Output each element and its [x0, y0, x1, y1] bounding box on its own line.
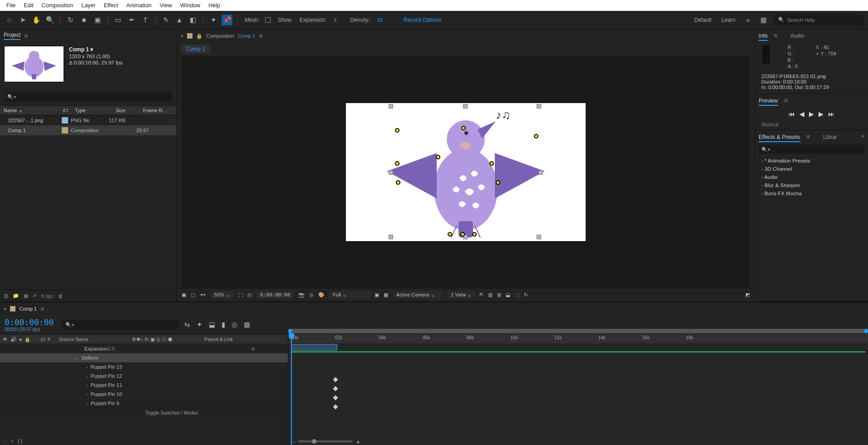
mesh-checkbox[interactable] — [265, 17, 271, 23]
preview-menu-icon[interactable]: ≡ — [784, 97, 788, 104]
lock-col-icon[interactable]: 🔒 — [25, 336, 30, 342]
timeline-property-row[interactable]: Expansion 3.0⊘ — [0, 344, 288, 353]
project-search-input[interactable]: 🔍▾ — [5, 92, 172, 102]
project-row-image[interactable]: 222567-...1.png PNG file 117 KB ⬚ — [0, 115, 177, 125]
project-thumbnail[interactable] — [5, 46, 64, 82]
fast-preview-icon[interactable]: ⊞ — [497, 292, 501, 298]
effects-tab[interactable]: Effects & Presets — [759, 134, 800, 142]
comp-panel-menu-icon[interactable]: ≡ — [259, 32, 262, 40]
motion-blur-icon[interactable]: ▮ — [222, 321, 225, 329]
graph-editor-icon[interactable]: ◎ — [232, 321, 237, 329]
effects-category[interactable]: Blur & Sharpen — [759, 181, 864, 189]
switches-icons[interactable]: ⚙✱⟐ fx ▣ ◎ ⬡ ⬢ — [132, 336, 173, 342]
toggle-alpha-icon[interactable]: ▣ — [182, 292, 186, 298]
shape-tool-icon[interactable]: ▭ — [113, 15, 123, 25]
tl-icon-3[interactable]: { } — [18, 438, 22, 444]
workspace-learn[interactable]: Learn — [719, 17, 738, 23]
zoom-tool-icon[interactable]: 🔍 — [44, 15, 55, 25]
frame-blend-icon[interactable]: ⬓ — [209, 321, 215, 329]
project-row-comp[interactable]: Comp 1 Composition 29.97 — [0, 125, 177, 135]
effects-search-input[interactable]: 🔍▾ — [759, 145, 864, 154]
timeline-property-row[interactable]: › Puppet Pin 13 — [0, 362, 288, 371]
menu-layer[interactable]: Layer — [78, 1, 99, 10]
comp-close-icon[interactable]: × — [181, 33, 183, 39]
tl-icon-1[interactable]: ⬚ — [3, 438, 7, 444]
audio-tab[interactable]: Audio — [790, 33, 804, 40]
next-frame-icon[interactable]: ▶ — [819, 110, 824, 118]
menu-edit[interactable]: Edit — [20, 1, 37, 10]
effects-category[interactable]: 3D Channel — [759, 165, 864, 173]
play-icon[interactable]: ▶ — [809, 110, 814, 118]
col-type[interactable]: Type — [71, 108, 112, 113]
trash-icon[interactable]: 🗑 — [58, 293, 63, 299]
keyframe-icon[interactable] — [333, 395, 338, 400]
timeline-property-row[interactable]: ⌄ Deform — [0, 353, 288, 362]
clone-tool-icon[interactable]: ▲ — [174, 15, 185, 25]
toggle-transparency-icon[interactable]: ▢ — [191, 292, 195, 298]
timeline-nav-scrollbar[interactable] — [288, 329, 868, 333]
lock-icon[interactable]: 🔒 — [196, 33, 202, 39]
menu-composition[interactable]: Composition — [38, 1, 77, 10]
menu-animation[interactable]: Animation — [123, 1, 155, 10]
menu-view[interactable]: View — [156, 1, 176, 10]
current-time[interactable]: 0:00:00:00 — [256, 291, 294, 299]
flowchart-icon[interactable]: ⬚ — [515, 292, 519, 298]
menu-help[interactable]: Help — [205, 1, 224, 10]
timeline-property-row[interactable]: › Puppet Pin 11 — [0, 381, 288, 390]
viewer-area[interactable]: ♪♫ — [182, 56, 750, 288]
timeline-property-row[interactable]: › Puppet Pin 9 — [0, 399, 288, 408]
info-tab[interactable]: Info — [759, 33, 768, 41]
timeline-menu-icon[interactable]: ≡ — [40, 305, 44, 312]
record-options-button[interactable]: Record Options — [401, 17, 444, 23]
camera-tool-icon[interactable]: ■ — [79, 15, 89, 25]
effects-category[interactable]: Boris FX Mocha — [759, 189, 864, 198]
type-tool-icon[interactable]: T — [140, 15, 151, 25]
timeline-property-row[interactable]: › Puppet Pin 12 — [0, 371, 288, 381]
selection-tool-icon[interactable]: ➤ — [17, 15, 28, 25]
timeline-tab[interactable]: Comp 1 — [19, 306, 37, 312]
snapshot-icon[interactable]: 📷 — [298, 292, 305, 298]
project-comp-name[interactable]: Comp 1 ▾ — [69, 46, 123, 53]
overflow-icon[interactable]: » — [743, 15, 754, 25]
effects-menu-icon[interactable]: ≡ — [806, 133, 810, 140]
effects-overflow-icon[interactable]: » — [862, 133, 864, 138]
toggle-mask-icon[interactable]: 👓 — [200, 292, 206, 298]
region-icon[interactable]: ◰ — [247, 292, 252, 298]
label-color-swatch[interactable] — [62, 117, 68, 124]
solo-col-icon[interactable]: ● — [19, 336, 22, 342]
parent-link-col[interactable]: Parent & Link — [204, 336, 233, 342]
expansion-value[interactable]: 3 — [332, 17, 338, 23]
goto-start-icon[interactable]: ⏮ — [789, 110, 795, 118]
zoom-in-icon[interactable]: ▲ — [355, 439, 360, 444]
comp-breadcrumb-active[interactable]: Comp 1 — [238, 33, 256, 39]
color-mgmt-icon[interactable]: 🎨 — [318, 292, 325, 298]
menu-effect[interactable]: Effect — [100, 1, 122, 10]
view-select[interactable]: 1 View ⌄ — [447, 291, 475, 299]
workspace-default[interactable]: Default — [691, 17, 714, 23]
bpc-label[interactable]: 8 bpc — [41, 293, 54, 299]
comp-flowchart-icon[interactable]: ⇆ — [184, 321, 190, 329]
source-name-col[interactable]: Source Name — [59, 336, 132, 342]
index-col[interactable]: # — [48, 336, 50, 342]
zoom-out-icon[interactable]: – — [293, 439, 296, 444]
libraries-tab[interactable]: Librar — [823, 134, 837, 141]
flowchart-icon[interactable]: ⬚ — [168, 118, 177, 124]
shy-icon[interactable]: ▦ — [244, 321, 250, 329]
pan-behind-icon[interactable]: ▣ — [92, 15, 103, 25]
timeline-property-row[interactable]: › Puppet Pin 10 — [0, 390, 288, 399]
label-col-icon[interactable]: 🏷 — [41, 336, 46, 342]
preview-tab[interactable]: Preview — [759, 98, 778, 106]
menu-file[interactable]: File — [3, 1, 19, 10]
col-framerate[interactable]: Frame R... — [139, 108, 170, 113]
goto-end-icon[interactable]: ⏭ — [828, 110, 834, 118]
project-tab[interactable]: Project — [4, 32, 20, 40]
camera-select[interactable]: Active Camera ⌄ — [393, 291, 443, 299]
col-size[interactable]: Size — [112, 108, 139, 113]
audio-col-icon[interactable]: 🔊 — [10, 336, 16, 342]
timeline-close-icon[interactable]: × — [4, 306, 6, 312]
timeline-track-area[interactable]: 00s02s04s06s08s10s12s14s16s18s – ▲ — [288, 334, 868, 445]
zoom-select[interactable]: 50% ⌄ — [211, 291, 233, 299]
menu-window[interactable]: Window — [177, 1, 204, 10]
timeline-zoom-slider[interactable] — [298, 440, 353, 442]
col-tag[interactable]: 🏷 — [59, 108, 71, 113]
